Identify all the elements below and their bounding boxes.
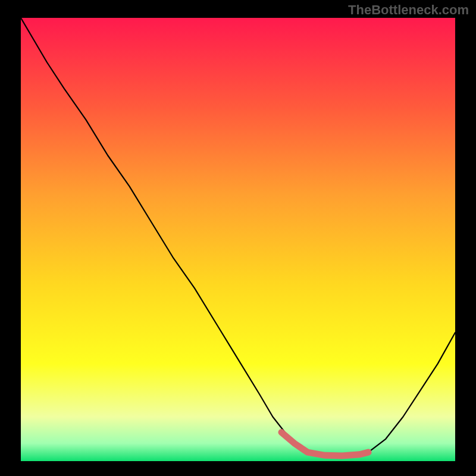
- bottleneck-curve-plot: [21, 18, 455, 461]
- gradient-background: [21, 18, 455, 461]
- watermark-text: TheBottleneck.com: [348, 2, 469, 18]
- chart-container: TheBottleneck.com: [0, 0, 476, 476]
